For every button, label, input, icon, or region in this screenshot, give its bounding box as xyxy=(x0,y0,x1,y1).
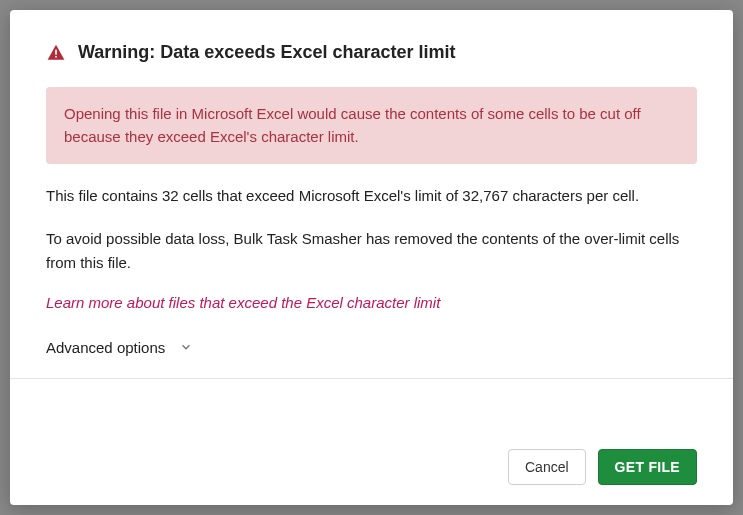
modal-header: Warning: Data exceeds Excel character li… xyxy=(46,42,697,63)
advanced-options-label: Advanced options xyxy=(46,339,165,356)
warning-modal: Warning: Data exceeds Excel character li… xyxy=(10,10,733,505)
modal-footer: Cancel GET FILE xyxy=(46,449,697,485)
body-text-1: This file contains 32 cells that exceed … xyxy=(46,184,697,207)
svg-rect-1 xyxy=(55,55,57,57)
divider xyxy=(10,378,733,379)
warning-triangle-icon xyxy=(46,43,66,63)
cancel-button[interactable]: Cancel xyxy=(508,449,586,485)
chevron-down-icon xyxy=(179,340,193,354)
alert-message: Opening this file in Microsoft Excel wou… xyxy=(46,87,697,164)
modal-title: Warning: Data exceeds Excel character li… xyxy=(78,42,456,63)
svg-rect-0 xyxy=(55,49,57,54)
learn-more-link[interactable]: Learn more about files that exceed the E… xyxy=(46,294,697,311)
advanced-options-toggle[interactable]: Advanced options xyxy=(46,339,697,356)
body-text-2: To avoid possible data loss, Bulk Task S… xyxy=(46,227,697,274)
get-file-button[interactable]: GET FILE xyxy=(598,449,697,485)
